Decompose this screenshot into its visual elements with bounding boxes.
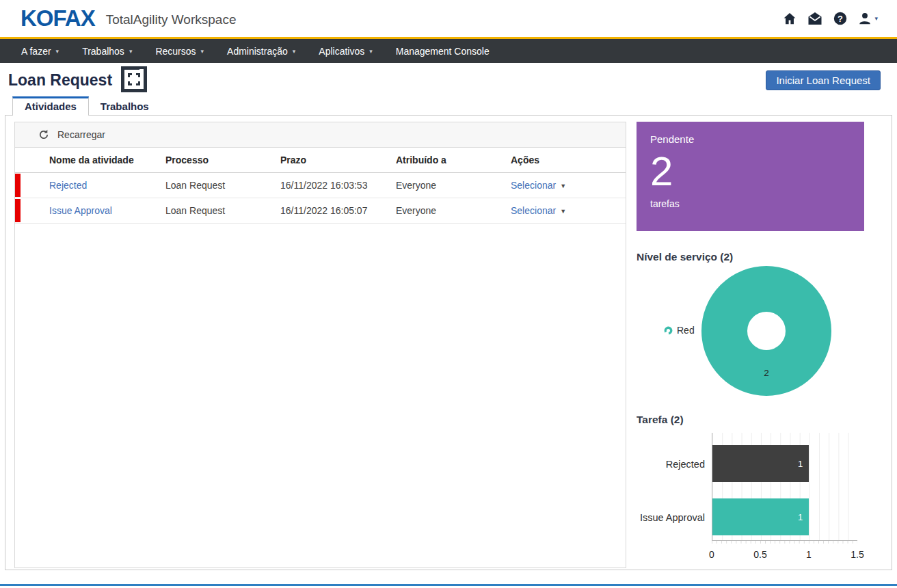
nav-management-console[interactable]: Management Console	[384, 39, 501, 63]
due-cell: 16/11/2022 16:03:53	[280, 180, 396, 191]
x-tick: 0.5	[753, 549, 766, 560]
select-action-dropdown[interactable]: Selecionar▼	[511, 205, 626, 216]
nav-a-fazer[interactable]: A fazer▾	[10, 39, 70, 63]
nav-trabalhos[interactable]: Trabalhos▾	[70, 39, 144, 63]
chevron-down-icon: ▾	[369, 49, 373, 55]
bar-rejected: 1	[712, 445, 809, 482]
service-level-title: Nível de serviço (2)	[637, 251, 864, 263]
pending-unit: tarefas	[650, 198, 851, 209]
page-title: Loan Request	[8, 71, 112, 90]
process-cell: Loan Request	[165, 180, 280, 191]
reload-button[interactable]: Recarregar	[15, 122, 626, 148]
donut-value-label: 2	[764, 368, 769, 378]
legend-marker-icon	[664, 326, 673, 335]
content-wrapper: Recarregar Nome da atividade Processo Pr…	[5, 115, 892, 570]
pending-count: 2	[650, 150, 851, 193]
table-header-row: Nome da atividade Processo Prazo Atribuí…	[15, 148, 626, 173]
activity-link[interactable]: Issue Approval	[49, 205, 112, 216]
user-menu[interactable]: ▾	[857, 11, 878, 26]
bar-category-label: Rejected	[666, 459, 705, 470]
table-row: Issue Approval Loan Request 16/11/2022 1…	[15, 198, 626, 224]
app-title: TotalAgility Workspace	[106, 12, 237, 27]
chevron-down-icon: ▼	[560, 183, 566, 189]
bar-value-label: 1	[798, 459, 803, 469]
bar-issue-approval: 1	[712, 498, 809, 535]
service-level-chart: Nível de serviço (2) Red 2	[637, 251, 864, 401]
nav-administracao[interactable]: Administração▾	[215, 39, 307, 63]
bar-value-label: 1	[798, 512, 803, 522]
process-cell: Loan Request	[165, 205, 280, 216]
table-row: Rejected Loan Request 16/11/2022 16:03:5…	[15, 173, 626, 198]
donut-ring	[725, 289, 809, 373]
refresh-icon	[38, 129, 49, 140]
start-loan-request-button[interactable]: Iniciar Loan Request	[766, 70, 881, 90]
pending-card-title: Pendente	[650, 133, 851, 145]
nav-recursos[interactable]: Recursos▾	[144, 39, 215, 63]
x-tick: 1	[806, 549, 812, 560]
col-processo: Processo	[165, 155, 280, 165]
chevron-down-icon: ▾	[56, 49, 59, 55]
chevron-down-icon: ▾	[874, 16, 878, 22]
pending-card: Pendente 2 tarefas	[637, 122, 864, 231]
svg-text:?: ?	[838, 14, 844, 24]
bar-plot: Rejected Issue Approval 1 1	[712, 433, 857, 541]
col-prazo: Prazo	[280, 155, 396, 165]
form-window-icon	[121, 66, 147, 95]
mail-icon[interactable]	[807, 11, 823, 26]
task-chart: Tarefa (2) Rejected Issue Approval 1 1 0…	[637, 414, 864, 561]
nav-aplicativos[interactable]: Aplicativos▾	[307, 39, 384, 63]
axis-minor-ticks	[712, 541, 857, 544]
due-cell: 16/11/2022 16:05:07	[280, 205, 396, 216]
chevron-down-icon: ▾	[201, 49, 204, 55]
col-nome: Nome da atividade	[49, 155, 165, 165]
footer-accent-bar	[0, 584, 897, 586]
x-axis-labels: 0 0.5 1 1.5	[712, 549, 857, 561]
legend-item-red[interactable]: Red	[664, 325, 695, 336]
home-icon[interactable]	[782, 11, 797, 26]
kofax-logo: KOFAX	[21, 5, 95, 31]
assigned-cell: Everyone	[396, 205, 511, 216]
x-tick: 1.5	[851, 549, 863, 560]
tab-strip: Atividades Trabalhos	[12, 97, 897, 116]
select-action-dropdown[interactable]: Selecionar▼	[511, 180, 626, 191]
top-header: KOFAX TotalAgility Workspace ? ▾	[0, 0, 897, 39]
task-chart-title: Tarefa (2)	[637, 414, 864, 426]
col-atribuido: Atribuído a	[396, 155, 511, 165]
chevron-down-icon: ▾	[129, 49, 133, 55]
dashboard-panel: Pendente 2 tarefas Nível de serviço (2) …	[637, 122, 864, 570]
legend-label: Red	[677, 325, 695, 336]
donut-chart: 2	[701, 266, 831, 396]
user-icon	[857, 11, 872, 26]
activities-table: Recarregar Nome da atividade Processo Pr…	[14, 122, 626, 568]
activity-link[interactable]: Rejected	[49, 180, 87, 191]
tab-trabalhos[interactable]: Trabalhos	[89, 97, 161, 116]
chevron-down-icon: ▼	[560, 209, 566, 215]
bar-category-label: Issue Approval	[640, 512, 705, 523]
assigned-cell: Everyone	[396, 180, 511, 191]
page-header: Loan Request Iniciar Loan Request	[0, 63, 897, 97]
chevron-down-icon: ▾	[293, 49, 296, 55]
main-nav: A fazer▾ Trabalhos▾ Recursos▾ Administra…	[0, 39, 897, 63]
col-acoes: Ações	[511, 155, 626, 165]
help-icon[interactable]: ?	[833, 11, 848, 26]
tab-atividades[interactable]: Atividades	[12, 96, 89, 116]
x-tick: 0	[709, 549, 714, 560]
